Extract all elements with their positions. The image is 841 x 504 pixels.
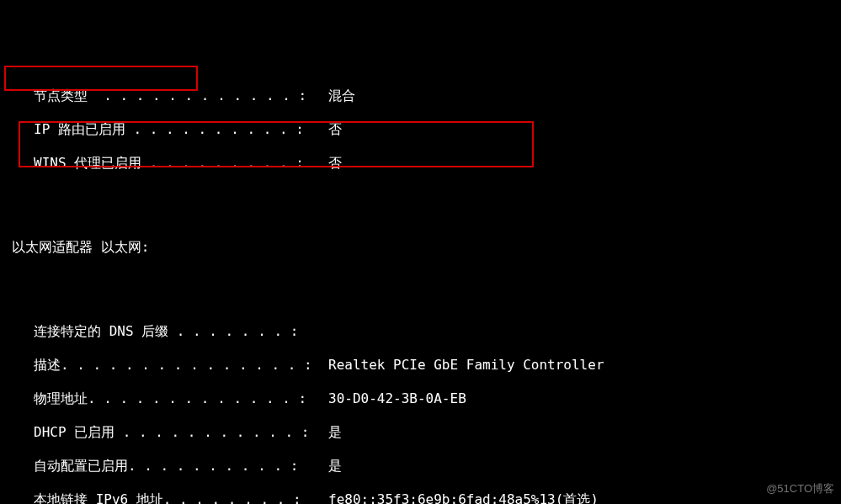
label-a1-dhcp: DHCP 已启用 . . . . . . . . . . . :: [2, 424, 328, 441]
row-ip-routing: IP 路由已启用 . . . . . . . . . . : 否: [2, 121, 839, 138]
value-a1-description: Realtek PCIe GbE Family Controller: [328, 357, 604, 374]
value-ip-routing: 否: [328, 121, 342, 138]
row-a1-ipv6link: 本地链接 IPv6 地址. . . . . . . . : fe80::35f3…: [2, 491, 839, 504]
value-a1-ipv6link: fe80::35f3:6e9b:6fad:48a5%13(首选): [328, 491, 599, 504]
row-a1-autoconf: 自动配置已启用. . . . . . . . . . : 是: [2, 458, 839, 475]
label-a1-physical: 物理地址. . . . . . . . . . . . . :: [2, 390, 328, 407]
label-ip-routing: IP 路由已启用 . . . . . . . . . . :: [2, 121, 328, 138]
value-a1-autoconf: 是: [328, 458, 342, 475]
label-a1-dns-suffix: 连接特定的 DNS 后缀 . . . . . . . :: [2, 323, 328, 340]
row-node-type: 节点类型 . . . . . . . . . . . . : 混合: [2, 88, 839, 104]
value-wins-proxy: 否: [328, 155, 342, 172]
row-wins-proxy: WINS 代理已启用 . . . . . . . . . : 否: [2, 155, 839, 172]
row-a1-physical: 物理地址. . . . . . . . . . . . . : 30-D0-42…: [2, 390, 839, 407]
value-node-type: 混合: [328, 88, 355, 104]
value-a1-physical: 30-D0-42-3B-0A-EB: [328, 390, 466, 407]
label-wins-proxy: WINS 代理已启用 . . . . . . . . . :: [2, 155, 328, 172]
label-a1-autoconf: 自动配置已启用. . . . . . . . . . :: [2, 458, 328, 475]
label-node-type: 节点类型 . . . . . . . . . . . . :: [2, 88, 328, 104]
label-a1-description: 描述. . . . . . . . . . . . . . . :: [2, 357, 328, 374]
watermark: @51CTO博客: [766, 480, 834, 497]
row-a1-dhcp: DHCP 已启用 . . . . . . . . . . . : 是: [2, 424, 839, 441]
adapter1-header: 以太网适配器 以太网:: [2, 239, 839, 256]
label-a1-ipv6link: 本地链接 IPv6 地址. . . . . . . . :: [2, 491, 328, 504]
value-a1-dhcp: 是: [328, 424, 342, 441]
row-a1-description: 描述. . . . . . . . . . . . . . . : Realte…: [2, 357, 839, 374]
row-a1-dns-suffix: 连接特定的 DNS 后缀 . . . . . . . :: [2, 323, 839, 340]
